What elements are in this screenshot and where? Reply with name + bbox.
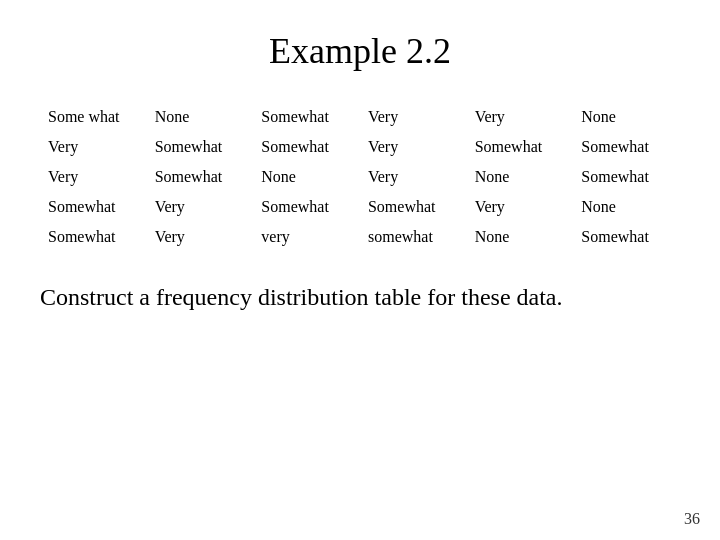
table-cell: very: [253, 222, 360, 252]
table-cell: None: [147, 102, 254, 132]
table-cell: Somewhat: [360, 192, 467, 222]
table-row: SomewhatVeryverysomewhatNoneSomewhat: [40, 222, 680, 252]
table-cell: Somewhat: [467, 132, 574, 162]
table-cell: Very: [147, 192, 254, 222]
table-cell: Somewhat: [40, 222, 147, 252]
table-cell: somewhat: [360, 222, 467, 252]
table-cell: Very: [147, 222, 254, 252]
table-cell: Somewhat: [253, 132, 360, 162]
table-cell: Somewhat: [573, 222, 680, 252]
table-cell: Very: [360, 132, 467, 162]
table-cell: Very: [40, 162, 147, 192]
table-cell: None: [573, 102, 680, 132]
table-cell: Somewhat: [253, 192, 360, 222]
table-cell: Very: [40, 132, 147, 162]
table-cell: Somewhat: [147, 132, 254, 162]
table-cell: None: [253, 162, 360, 192]
table-cell: None: [467, 222, 574, 252]
table-cell: Somewhat: [573, 162, 680, 192]
slide-title: Example 2.2: [40, 30, 680, 72]
table-row: SomewhatVerySomewhatSomewhatVeryNone: [40, 192, 680, 222]
slide: Example 2.2 Some whatNoneSomewhatVeryVer…: [0, 0, 720, 540]
table-row: VerySomewhatSomewhatVerySomewhatSomewhat: [40, 132, 680, 162]
table-cell: Somewhat: [573, 132, 680, 162]
table-cell: Somewhat: [147, 162, 254, 192]
table-cell: Somewhat: [253, 102, 360, 132]
table-row: Some whatNoneSomewhatVeryVeryNone: [40, 102, 680, 132]
table-cell: None: [573, 192, 680, 222]
table-cell: Somewhat: [40, 192, 147, 222]
table-cell: Very: [360, 162, 467, 192]
table-row: VerySomewhatNoneVeryNoneSomewhat: [40, 162, 680, 192]
table-cell: Some what: [40, 102, 147, 132]
table-cell: Very: [467, 102, 574, 132]
data-table: Some whatNoneSomewhatVeryVeryNoneVerySom…: [40, 102, 680, 252]
table-cell: None: [467, 162, 574, 192]
table-cell: Very: [467, 192, 574, 222]
table-cell: Very: [360, 102, 467, 132]
instruction-text: Construct a frequency distribution table…: [40, 282, 680, 313]
page-number: 36: [684, 510, 700, 528]
